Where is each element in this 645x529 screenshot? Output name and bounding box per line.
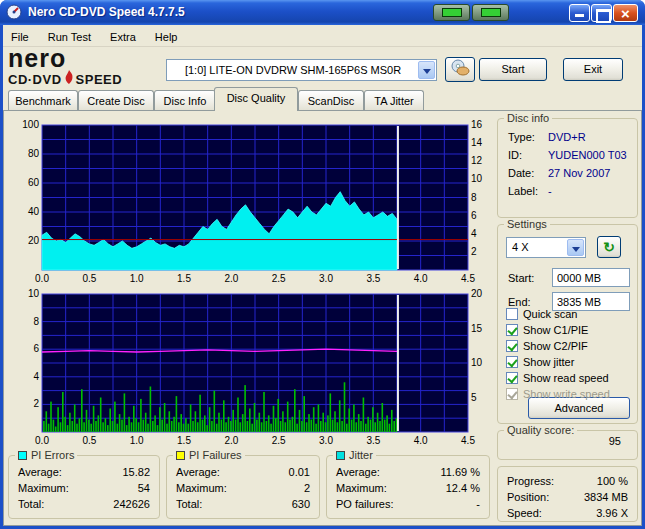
window-title: Nero CD-DVD Speed 4.7.7.5 xyxy=(28,0,185,25)
tab-benchmark[interactable]: Benchmark xyxy=(8,90,78,111)
svg-text:0.5: 0.5 xyxy=(82,273,96,284)
show-read-speed-checkbox[interactable]: Show read speed xyxy=(506,371,609,385)
hand-disc-icon xyxy=(449,67,471,79)
stat-row: Maximum:12.4 % xyxy=(327,480,489,496)
logo-speed: SPEED xyxy=(76,72,123,87)
pi-errors-caption: PI Errors xyxy=(15,449,77,461)
svg-text:8: 8 xyxy=(471,192,477,203)
close-button[interactable] xyxy=(613,4,638,22)
titlebar-monitor-button-1[interactable] xyxy=(433,4,470,21)
svg-text:6: 6 xyxy=(33,343,39,354)
start-field[interactable] xyxy=(552,268,630,287)
progress-value: 100 % xyxy=(597,473,628,489)
stat-row: Average:11.69 % xyxy=(327,464,489,480)
checkbox-icon xyxy=(506,372,518,384)
disc-info-value: DVD+R xyxy=(548,131,586,143)
quality-score-panel: Quality score: 95 xyxy=(497,430,638,460)
drive-tool-button[interactable] xyxy=(445,57,475,82)
chevron-down-icon[interactable] xyxy=(567,239,584,256)
settings-caption: Settings xyxy=(504,218,550,230)
svg-text:3.5: 3.5 xyxy=(366,273,380,284)
stat-value: 54 xyxy=(138,480,150,496)
maximize-button[interactable] xyxy=(591,4,612,22)
svg-text:4: 4 xyxy=(471,228,477,239)
svg-text:2.5: 2.5 xyxy=(272,435,286,446)
tab-scandisc[interactable]: ScanDisc xyxy=(298,90,364,111)
stat-label: Maximum: xyxy=(18,480,69,496)
svg-text:2: 2 xyxy=(471,246,477,257)
minimize-button[interactable] xyxy=(569,4,590,22)
stat-row: Total:242626 xyxy=(9,496,159,512)
disc-info-caption: Disc info xyxy=(504,112,552,124)
chevron-down-icon[interactable] xyxy=(418,61,435,79)
show-jitter-checkbox[interactable]: Show jitter xyxy=(506,355,574,369)
stat-label: PO failures: xyxy=(336,496,393,512)
jitter-caption: Jitter xyxy=(333,449,376,461)
stat-row: Average:15.82 xyxy=(9,464,159,480)
stat-value: 0.01 xyxy=(289,464,310,480)
svg-text:1.0: 1.0 xyxy=(130,273,144,284)
start-field-label: Start: xyxy=(508,272,534,284)
tab-create-disc[interactable]: Create Disc xyxy=(78,90,154,111)
quality-score-value: 95 xyxy=(609,435,621,447)
app-icon xyxy=(6,4,23,21)
titlebar-monitor-button-2[interactable] xyxy=(472,4,509,21)
svg-text:3.0: 3.0 xyxy=(319,273,333,284)
svg-text:2: 2 xyxy=(33,398,39,409)
stat-row: PO failures:- xyxy=(327,496,489,512)
pi-errors-chart: 204060801002468101214160.00.51.01.52.02.… xyxy=(8,119,492,284)
monitor-icon xyxy=(442,8,462,17)
quality-score-caption: Quality score: xyxy=(504,424,577,436)
stat-value: 12.4 % xyxy=(446,480,480,496)
svg-text:12: 12 xyxy=(471,155,483,166)
stat-value: 11.69 % xyxy=(440,464,480,480)
progress-row: Position:3834 MB xyxy=(498,489,637,505)
checkbox-icon xyxy=(506,324,518,336)
svg-text:3.5: 3.5 xyxy=(366,435,380,446)
pi-failures-panel: PI Failures Average:0.01 Maximum:2 Total… xyxy=(166,455,320,519)
disc-info-row: ID:YUDEN000 T03 xyxy=(508,149,627,161)
quick-scan-checkbox[interactable]: Quick scan xyxy=(506,307,577,321)
disc-info-value: - xyxy=(548,185,552,197)
progress-value: 3.96 X xyxy=(596,505,628,521)
settings-panel: Settings 4 X Start: End: Quick scan Show… xyxy=(497,224,638,424)
stat-value: 2 xyxy=(304,480,310,496)
tab-ta-jitter[interactable]: TA Jitter xyxy=(364,90,424,111)
tab-disc-info[interactable]: Disc Info xyxy=(154,90,216,111)
svg-text:4.0: 4.0 xyxy=(414,273,428,284)
progress-row: Progress:100 % xyxy=(498,473,637,489)
checkbox-icon xyxy=(506,308,518,320)
disc-info-value: YUDEN000 T03 xyxy=(548,149,627,161)
refresh-button[interactable] xyxy=(597,236,621,258)
tab-disc-quality[interactable]: Disc Quality xyxy=(214,87,298,111)
logo-text-cddvdspeed: CD·DVD SPEED xyxy=(8,70,163,88)
show-c1-pie-checkbox[interactable]: Show C1/PIE xyxy=(506,323,588,337)
svg-text:6: 6 xyxy=(471,210,477,221)
checkbox-label: Show C1/PIE xyxy=(523,324,588,336)
progress-row: Speed:3.96 X xyxy=(498,505,637,521)
svg-text:20: 20 xyxy=(28,235,40,246)
menu-help[interactable]: Help xyxy=(147,28,186,46)
drive-select[interactable]: [1:0] LITE-ON DVDRW SHM-165P6S MS0R xyxy=(166,59,437,81)
disc-info-row: Date:27 Nov 2007 xyxy=(508,167,610,179)
disc-info-label: Date: xyxy=(508,167,548,179)
logo-text-nero: nero xyxy=(8,46,163,70)
svg-text:60: 60 xyxy=(28,177,40,188)
progress-label: Position: xyxy=(507,489,549,505)
speed-select-value: 4 X xyxy=(512,238,529,257)
speed-select[interactable]: 4 X xyxy=(506,237,586,258)
monitor-icon xyxy=(481,8,501,17)
menu-extra[interactable]: Extra xyxy=(102,28,144,46)
svg-text:1.5: 1.5 xyxy=(177,435,191,446)
svg-text:10: 10 xyxy=(471,357,483,368)
disc-info-label: Type: xyxy=(508,131,548,143)
start-button[interactable]: Start xyxy=(479,58,547,81)
svg-text:2.0: 2.0 xyxy=(224,435,238,446)
svg-text:4.0: 4.0 xyxy=(414,435,428,446)
exit-button[interactable]: Exit xyxy=(563,58,623,81)
disc-info-label: Label: xyxy=(508,185,548,197)
show-c2-pif-checkbox[interactable]: Show C2/PIF xyxy=(506,339,588,353)
nero-logo: nero CD·DVD SPEED xyxy=(8,46,163,88)
show-write-speed-checkbox: Show write speed xyxy=(506,387,610,401)
checkbox-icon xyxy=(506,388,518,400)
